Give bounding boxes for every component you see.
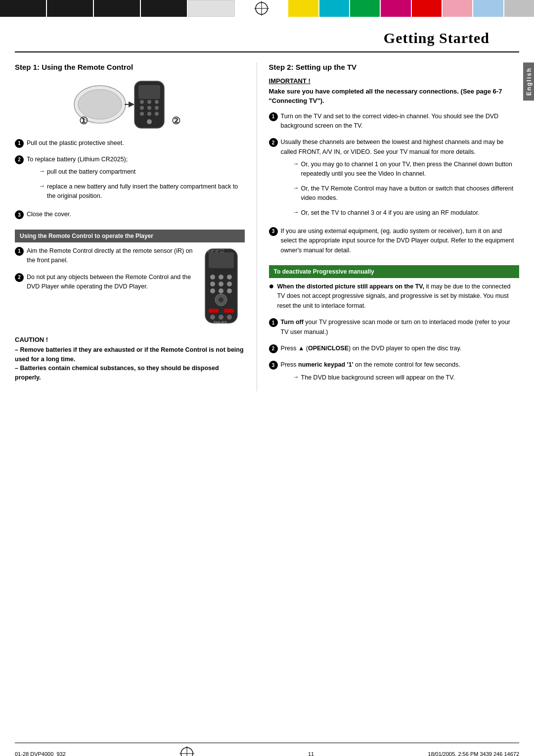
step2-item2-content: Usually these channels are between the l…	[281, 138, 519, 223]
step2-title: Step 2: Setting up the TV	[269, 62, 519, 72]
arrow-icon-5: →	[293, 208, 299, 216]
step2-item1: 1 Turn on the TV and set to the correct …	[269, 112, 519, 134]
strip-right	[288, 0, 534, 17]
color-white	[188, 0, 235, 17]
left-column: Step 1: Using the Remote Control ①	[15, 62, 257, 391]
numeric-bold: numeric keypad '1'	[298, 361, 354, 368]
num-1: 1	[15, 139, 24, 148]
step1-item1: 1 Pull out the plastic protective sheet.	[15, 139, 245, 151]
arrow-icon-4: →	[293, 184, 299, 191]
step2-item2-sub3: → Or, set the TV to channel 3 or 4 if yo…	[293, 208, 519, 221]
prog-step3-text: Press numeric keypad '1' on the remote c…	[281, 360, 460, 370]
operate-text: 1 Aim the Remote Control directly at the…	[15, 246, 199, 327]
page-title-area: Getting Started	[15, 21, 519, 52]
step2-item2-sub2: → Or, the TV Remote Control may have a b…	[293, 184, 519, 206]
svg-point-29	[219, 288, 223, 293]
svg-point-37	[227, 315, 232, 320]
progressive-bullet: ● When the distorted picture still appea…	[269, 282, 519, 314]
operate-section-content: 1 Aim the Remote Control directly at the…	[15, 246, 245, 327]
arrow-icon-3: →	[293, 160, 299, 167]
svg-point-26	[219, 282, 223, 286]
page: Getting Started Step 1: Using the Remote…	[0, 21, 534, 756]
s2-num-2: 2	[269, 138, 278, 147]
important-title: IMPORTANT !	[269, 77, 519, 85]
footer-right: 18/01/2005, 2:56 PM 3439 246 14672	[428, 751, 519, 756]
num-3: 3	[15, 210, 24, 219]
svg-point-9	[147, 100, 151, 104]
progressive-text: When the distorted picture still appears…	[277, 282, 519, 311]
arrow-icon-6: →	[293, 373, 299, 380]
svg-text:PHILIPS: PHILIPS	[214, 321, 227, 324]
prog-step3: 3 Press numeric keypad '1' on the remote…	[269, 360, 519, 387]
step1-item3: 3 Close the cover.	[15, 210, 245, 222]
step1-item2-text: To replace battery (Lithium CR2025);	[27, 155, 245, 164]
step1-item2-content: To replace battery (Lithium CR2025); → p…	[27, 155, 245, 206]
svg-point-25	[210, 282, 215, 286]
prog-step3-sub1: → The DVD blue background screen will ap…	[293, 373, 460, 385]
important-text: Make sure you have completed all the nec…	[269, 87, 519, 106]
s2-num-1: 1	[269, 112, 278, 121]
main-content: Step 1: Using the Remote Control ①	[15, 52, 519, 391]
svg-point-24	[227, 275, 232, 280]
operate-section-box: Using the Remote Control to operate the …	[15, 230, 245, 242]
strip-left	[0, 0, 235, 17]
svg-point-30	[227, 288, 232, 293]
svg-rect-7	[138, 85, 160, 99]
color-black	[0, 0, 46, 17]
caution-line2: – Batteries contain chemical substances,…	[15, 364, 245, 382]
prog-step1: 1 Turn off your TV progressive scan mode…	[269, 318, 519, 340]
step2-item2: 2 Usually these channels are between the…	[269, 138, 519, 223]
caution-bold1: – Remove batteries if they are exhausted…	[15, 346, 244, 363]
step2-item2-sub1: → Or, you may go to channel 1 on your TV…	[293, 160, 519, 182]
svg-rect-33	[209, 309, 219, 313]
open-close-bold: OPEN/CLOSE	[308, 345, 349, 352]
svg-point-22	[210, 275, 215, 280]
operate-item2-text: Do not put any objects between the Remot…	[27, 273, 199, 292]
svg-point-23	[219, 275, 223, 280]
footer-center: 11	[308, 751, 314, 756]
color-magenta	[381, 0, 410, 17]
step2-item2-text: Usually these channels are between the l…	[281, 138, 519, 157]
page-title: Getting Started	[384, 30, 490, 46]
svg-point-35	[210, 315, 215, 320]
important-box: IMPORTANT ! Make sure you have completed…	[269, 77, 519, 106]
svg-point-17	[147, 119, 152, 124]
svg-point-14	[140, 112, 144, 116]
step2-item2-sub2-text: Or, the TV Remote Control may have a but…	[301, 184, 519, 203]
operate-item1: 1 Aim the Remote Control directly at the…	[15, 246, 199, 269]
svg-point-36	[219, 315, 223, 320]
step1-title: Step 1: Using the Remote Control	[15, 62, 245, 72]
step1-item1-text: Pull out the plastic protective sheet.	[27, 139, 124, 148]
svg-rect-20	[209, 252, 234, 268]
s2-num-3: 3	[269, 227, 278, 236]
turn-off-bold: Turn off	[281, 319, 304, 326]
step1-item2-sub1-text: pull out the battery compartment	[47, 167, 135, 177]
remote-illustration: ① ②	[70, 77, 189, 132]
caution-box: CAUTION ! – Remove batteries if they are…	[15, 336, 245, 382]
prog-step1-text: Turn off your TV progressive scan mode o…	[281, 318, 519, 337]
step2-item3: 3 If you are using external equipment, (…	[269, 227, 519, 258]
caution-title: CAUTION !	[15, 336, 245, 343]
svg-rect-34	[224, 309, 234, 313]
prog-num-2: 2	[269, 344, 278, 353]
svg-point-11	[140, 106, 144, 110]
prog-step3-content: Press numeric keypad '1' on the remote c…	[281, 360, 460, 387]
footer-reg-mark	[179, 746, 194, 756]
svg-text:②: ②	[172, 115, 180, 126]
caution-bold2: – Batteries contain chemical substances,…	[15, 365, 219, 381]
prog-step3-sub1-text: The DVD blue background screen will appe…	[301, 373, 455, 382]
lang-tab: English	[523, 62, 534, 100]
step2-item1-text: Turn on the TV and set to the correct vi…	[281, 112, 519, 131]
remote-small: '0 0" 0" ⓘ	[203, 246, 245, 327]
color-cyan	[319, 0, 349, 17]
progressive-bold: When the distorted picture still appears…	[277, 283, 424, 290]
step2-item2-sub1-text: Or, you may go to channel 1 on your TV, …	[301, 160, 519, 179]
color-black3	[94, 0, 140, 17]
operate-item2: 2 Do not put any objects between the Rem…	[15, 273, 199, 295]
svg-point-28	[210, 288, 215, 293]
step2-item2-sub3-text: Or, set the TV to channel 3 or 4 if you …	[301, 208, 480, 218]
color-black2	[47, 0, 93, 17]
operate-item1-text: Aim the Remote Control directly at the r…	[27, 246, 199, 266]
color-ltblue	[473, 0, 503, 17]
arrow-icon-2: →	[39, 182, 45, 189]
